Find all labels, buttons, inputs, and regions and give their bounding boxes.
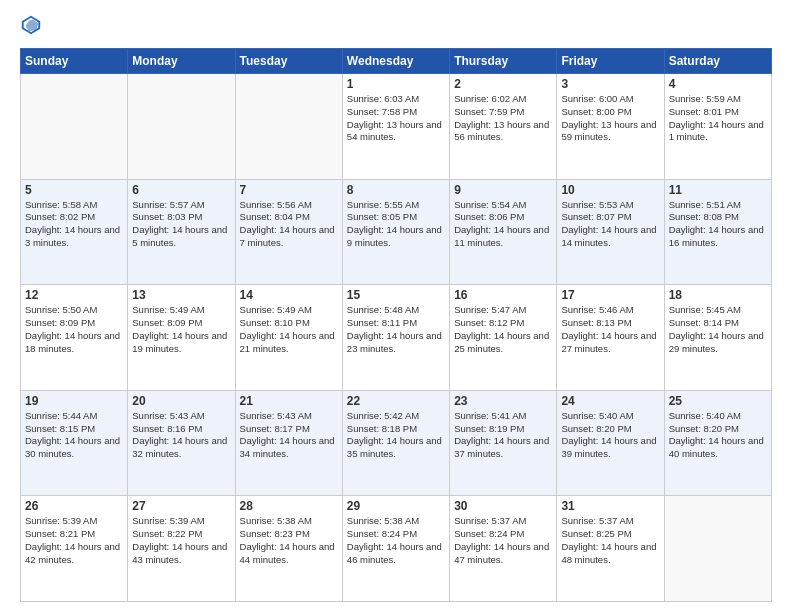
day-number: 19 [25,394,123,408]
calendar-week-row: 5Sunrise: 5:58 AMSunset: 8:02 PMDaylight… [21,179,772,285]
sunrise-text: Sunrise: 5:45 AM [669,304,767,317]
calendar-cell [128,74,235,180]
calendar-cell: 13Sunrise: 5:49 AMSunset: 8:09 PMDayligh… [128,285,235,391]
sunset-text: Sunset: 8:16 PM [132,423,230,436]
day-number: 13 [132,288,230,302]
day-number: 17 [561,288,659,302]
sunset-text: Sunset: 8:10 PM [240,317,338,330]
calendar-cell: 20Sunrise: 5:43 AMSunset: 8:16 PMDayligh… [128,390,235,496]
sunrise-text: Sunrise: 5:41 AM [454,410,552,423]
sunset-text: Sunset: 8:00 PM [561,106,659,119]
sunrise-text: Sunrise: 5:43 AM [132,410,230,423]
sunrise-text: Sunrise: 5:37 AM [561,515,659,528]
sunset-text: Sunset: 8:03 PM [132,211,230,224]
sunrise-text: Sunrise: 6:03 AM [347,93,445,106]
calendar-cell: 17Sunrise: 5:46 AMSunset: 8:13 PMDayligh… [557,285,664,391]
sunrise-text: Sunrise: 5:46 AM [561,304,659,317]
sunrise-text: Sunrise: 5:39 AM [132,515,230,528]
day-number: 24 [561,394,659,408]
daylight-text: Daylight: 13 hours and 54 minutes. [347,119,445,145]
sunrise-text: Sunrise: 5:49 AM [240,304,338,317]
day-number: 22 [347,394,445,408]
sunrise-text: Sunrise: 5:58 AM [25,199,123,212]
sunset-text: Sunset: 8:02 PM [25,211,123,224]
day-number: 10 [561,183,659,197]
sunset-text: Sunset: 8:09 PM [132,317,230,330]
calendar-week-row: 1Sunrise: 6:03 AMSunset: 7:58 PMDaylight… [21,74,772,180]
calendar-cell: 22Sunrise: 5:42 AMSunset: 8:18 PMDayligh… [342,390,449,496]
day-number: 31 [561,499,659,513]
header [20,16,772,40]
daylight-text: Daylight: 14 hours and 23 minutes. [347,330,445,356]
daylight-text: Daylight: 14 hours and 43 minutes. [132,541,230,567]
day-number: 28 [240,499,338,513]
sunrise-text: Sunrise: 5:37 AM [454,515,552,528]
calendar-table: SundayMondayTuesdayWednesdayThursdayFrid… [20,48,772,602]
weekday-header-tuesday: Tuesday [235,49,342,74]
day-number: 21 [240,394,338,408]
daylight-text: Daylight: 14 hours and 11 minutes. [454,224,552,250]
sunset-text: Sunset: 8:19 PM [454,423,552,436]
sunrise-text: Sunrise: 5:53 AM [561,199,659,212]
daylight-text: Daylight: 14 hours and 37 minutes. [454,435,552,461]
sunrise-text: Sunrise: 5:47 AM [454,304,552,317]
day-number: 6 [132,183,230,197]
weekday-header-friday: Friday [557,49,664,74]
calendar-cell: 15Sunrise: 5:48 AMSunset: 8:11 PMDayligh… [342,285,449,391]
day-number: 1 [347,77,445,91]
sunset-text: Sunset: 7:59 PM [454,106,552,119]
sunrise-text: Sunrise: 5:40 AM [669,410,767,423]
day-number: 11 [669,183,767,197]
sunrise-text: Sunrise: 5:38 AM [347,515,445,528]
sunrise-text: Sunrise: 6:00 AM [561,93,659,106]
calendar-cell: 28Sunrise: 5:38 AMSunset: 8:23 PMDayligh… [235,496,342,602]
sunset-text: Sunset: 8:23 PM [240,528,338,541]
calendar-cell: 10Sunrise: 5:53 AMSunset: 8:07 PMDayligh… [557,179,664,285]
day-number: 2 [454,77,552,91]
sunrise-text: Sunrise: 5:49 AM [132,304,230,317]
sunset-text: Sunset: 8:01 PM [669,106,767,119]
calendar-cell: 26Sunrise: 5:39 AMSunset: 8:21 PMDayligh… [21,496,128,602]
sunset-text: Sunset: 8:18 PM [347,423,445,436]
sunrise-text: Sunrise: 5:48 AM [347,304,445,317]
calendar-cell: 30Sunrise: 5:37 AMSunset: 8:24 PMDayligh… [450,496,557,602]
calendar-cell: 3Sunrise: 6:00 AMSunset: 8:00 PMDaylight… [557,74,664,180]
sunset-text: Sunset: 8:24 PM [347,528,445,541]
sunset-text: Sunset: 8:11 PM [347,317,445,330]
sunset-text: Sunset: 8:20 PM [669,423,767,436]
daylight-text: Daylight: 14 hours and 39 minutes. [561,435,659,461]
daylight-text: Daylight: 14 hours and 19 minutes. [132,330,230,356]
calendar-cell: 4Sunrise: 5:59 AMSunset: 8:01 PMDaylight… [664,74,771,180]
calendar-cell [21,74,128,180]
day-number: 20 [132,394,230,408]
sunset-text: Sunset: 8:14 PM [669,317,767,330]
daylight-text: Daylight: 14 hours and 7 minutes. [240,224,338,250]
daylight-text: Daylight: 14 hours and 21 minutes. [240,330,338,356]
weekday-header-monday: Monday [128,49,235,74]
daylight-text: Daylight: 14 hours and 16 minutes. [669,224,767,250]
calendar-week-row: 26Sunrise: 5:39 AMSunset: 8:21 PMDayligh… [21,496,772,602]
calendar-cell: 25Sunrise: 5:40 AMSunset: 8:20 PMDayligh… [664,390,771,496]
sunset-text: Sunset: 8:22 PM [132,528,230,541]
calendar-cell: 12Sunrise: 5:50 AMSunset: 8:09 PMDayligh… [21,285,128,391]
calendar-cell: 23Sunrise: 5:41 AMSunset: 8:19 PMDayligh… [450,390,557,496]
daylight-text: Daylight: 13 hours and 56 minutes. [454,119,552,145]
sunrise-text: Sunrise: 5:56 AM [240,199,338,212]
day-number: 23 [454,394,552,408]
calendar-cell: 6Sunrise: 5:57 AMSunset: 8:03 PMDaylight… [128,179,235,285]
calendar-week-row: 12Sunrise: 5:50 AMSunset: 8:09 PMDayligh… [21,285,772,391]
daylight-text: Daylight: 14 hours and 29 minutes. [669,330,767,356]
sunset-text: Sunset: 8:12 PM [454,317,552,330]
day-number: 16 [454,288,552,302]
day-number: 4 [669,77,767,91]
calendar-cell: 14Sunrise: 5:49 AMSunset: 8:10 PMDayligh… [235,285,342,391]
sunrise-text: Sunrise: 5:40 AM [561,410,659,423]
calendar-cell: 19Sunrise: 5:44 AMSunset: 8:15 PMDayligh… [21,390,128,496]
day-number: 12 [25,288,123,302]
daylight-text: Daylight: 14 hours and 46 minutes. [347,541,445,567]
calendar-cell [235,74,342,180]
daylight-text: Daylight: 14 hours and 34 minutes. [240,435,338,461]
day-number: 7 [240,183,338,197]
sunset-text: Sunset: 8:20 PM [561,423,659,436]
weekday-header-wednesday: Wednesday [342,49,449,74]
